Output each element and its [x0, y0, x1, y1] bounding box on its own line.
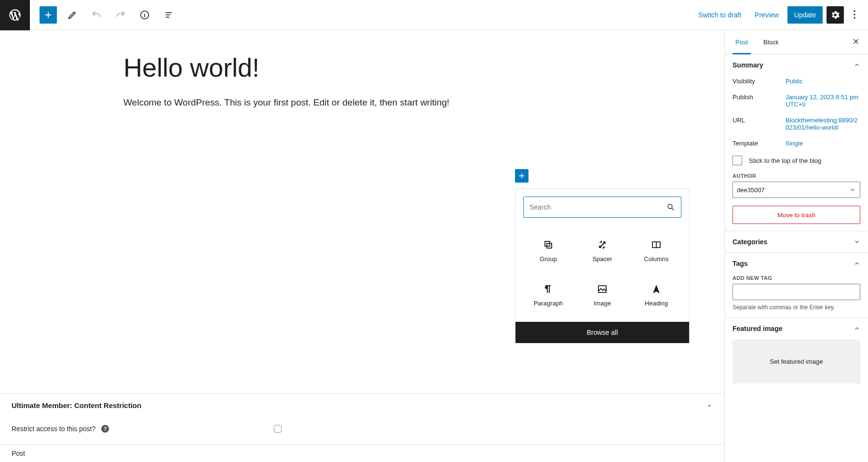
pencil-icon [67, 10, 78, 20]
columns-icon [651, 239, 662, 251]
panel-categories-toggle[interactable]: Categories [732, 238, 860, 246]
block-image[interactable]: Image [575, 273, 629, 317]
template-label: Template [732, 140, 786, 147]
group-icon [542, 239, 554, 251]
metabox-area: Ultimate Member: Content Restriction Res… [0, 393, 724, 462]
block-group[interactable]: Group [521, 228, 575, 273]
chevron-up-icon [854, 260, 860, 267]
svg-point-3 [854, 17, 855, 18]
stick-checkbox[interactable] [732, 156, 742, 165]
switch-to-draft-button[interactable]: Switch to draft [693, 7, 746, 23]
plus-icon [517, 172, 526, 180]
featured-image-label: Set featured image [770, 358, 823, 365]
block-spacer[interactable]: Spacer [575, 228, 629, 273]
caret-up-icon [706, 402, 713, 409]
chevron-up-icon [854, 325, 860, 332]
panel-summary-toggle[interactable]: Summary [732, 61, 860, 69]
author-value: dee35007 [737, 186, 765, 194]
browse-all-button[interactable]: Browse all [515, 322, 689, 343]
block-paragraph[interactable]: Paragraph [521, 273, 575, 317]
options-menu-button[interactable] [848, 10, 861, 20]
info-button[interactable] [136, 6, 153, 24]
panel-title: Categories [732, 238, 767, 246]
svg-point-4 [668, 204, 672, 209]
metabox-title: Ultimate Member: Content Restriction [12, 401, 141, 409]
wp-logo-button[interactable] [0, 0, 30, 30]
block-columns[interactable]: Columns [629, 228, 683, 273]
close-sidebar-button[interactable] [852, 37, 860, 47]
publish-value[interactable]: January 12, 2023 8:51 pm UTC+0 [786, 93, 860, 108]
gear-icon [830, 10, 841, 20]
add-block-button[interactable] [40, 6, 57, 24]
help-icon[interactable]: ? [101, 425, 109, 433]
undo-icon [91, 10, 102, 20]
post-title[interactable]: Hello world! [95, 53, 630, 82]
url-label: URL [732, 117, 786, 131]
settings-button[interactable] [827, 6, 844, 24]
search-input-wrap [523, 197, 681, 218]
svg-point-1 [854, 10, 855, 12]
block-search-input[interactable] [529, 203, 666, 211]
block-label: Group [540, 255, 557, 263]
top-toolbar: Switch to draft Preview Update [0, 0, 868, 30]
wordpress-logo-icon [8, 8, 22, 22]
panel-title: Tags [732, 260, 748, 267]
svg-rect-8 [598, 286, 606, 292]
block-label: Heading [645, 300, 668, 307]
move-to-trash-button[interactable]: Move to trash [732, 206, 860, 224]
search-icon [666, 203, 675, 211]
template-value[interactable]: Single [786, 140, 860, 147]
toolbar-left-group [30, 6, 177, 24]
toolbar-right-group: Switch to draft Preview Update [693, 6, 868, 24]
settings-sidebar: Post Block Summary Visibility Public Pub… [724, 30, 868, 462]
panel-featured-toggle[interactable]: Featured image [732, 325, 860, 332]
inline-inserter-button[interactable] [515, 169, 529, 183]
tag-input[interactable] [732, 284, 860, 300]
tab-block[interactable]: Block [760, 30, 782, 54]
list-view-icon [163, 10, 174, 20]
tab-post[interactable]: Post [732, 30, 751, 54]
svg-rect-5 [545, 241, 550, 246]
chevron-down-icon [854, 238, 860, 245]
visibility-label: Visibility [732, 78, 786, 85]
image-icon [597, 283, 608, 295]
chevron-up-icon [854, 62, 860, 68]
preview-button[interactable]: Preview [750, 7, 784, 23]
set-featured-image-button[interactable]: Set featured image [732, 339, 860, 383]
panel-title: Featured image [732, 325, 782, 332]
paragraph-icon [542, 283, 554, 295]
redo-button[interactable] [112, 6, 129, 24]
update-button[interactable]: Update [787, 6, 823, 24]
block-label: Columns [644, 255, 668, 263]
vertical-dots-icon [854, 10, 855, 19]
url-value[interactable]: Blockthemetesting:8890/2023/01/hello-wor… [786, 117, 860, 131]
panel-title: Summary [732, 61, 763, 69]
chevron-down-icon [849, 186, 856, 193]
visibility-value[interactable]: Public [786, 78, 860, 85]
author-caption: AUTHOR [732, 173, 860, 179]
editor-canvas: Hello world! Welcome to WordPress. This … [0, 30, 724, 462]
block-inserter-panel: Group Spacer Columns Paragraph [515, 188, 690, 343]
spacer-icon [597, 239, 608, 251]
edit-mode-button[interactable] [64, 6, 81, 24]
svg-point-2 [854, 13, 855, 15]
block-heading[interactable]: Heading [629, 273, 683, 317]
heading-icon [651, 283, 662, 295]
info-icon [139, 10, 150, 20]
tag-caption: ADD NEW TAG [732, 275, 860, 281]
metabox-header[interactable]: Ultimate Member: Content Restriction [0, 394, 724, 417]
plus-icon [43, 10, 54, 20]
redo-icon [115, 10, 126, 20]
stick-label: Stick to the top of the blog [749, 157, 821, 164]
block-label: Paragraph [534, 300, 563, 307]
restrict-checkbox[interactable] [274, 425, 282, 433]
svg-rect-6 [547, 243, 552, 248]
undo-button[interactable] [88, 6, 105, 24]
close-icon [852, 37, 860, 46]
restrict-label: Restrict access to this post? [12, 425, 95, 433]
footer-tab[interactable]: Post [0, 444, 724, 462]
post-body[interactable]: Welcome to WordPress. This is your first… [95, 96, 630, 110]
author-select[interactable]: dee35007 [732, 182, 860, 198]
outline-button[interactable] [160, 6, 177, 24]
panel-tags-toggle[interactable]: Tags [732, 260, 860, 267]
